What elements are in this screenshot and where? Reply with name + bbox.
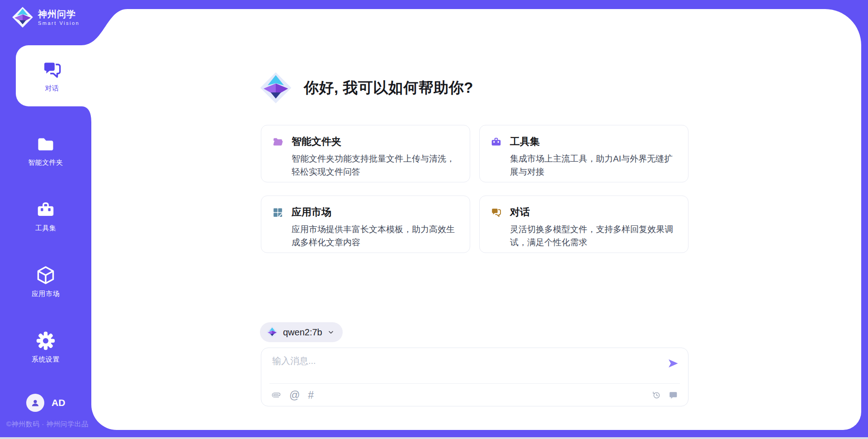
brand-name: 神州问学 bbox=[38, 9, 80, 19]
sidebar-item-label: 系统设置 bbox=[32, 355, 60, 364]
card-chat[interactable]: 对话 灵活切换多模型文件，支持多样回复效果调试，满足个性化需求 bbox=[479, 196, 689, 253]
toolbox-icon bbox=[491, 136, 502, 148]
app-window: 神州问学 Smart Vision 对话 智能文件夹 工具集 bbox=[0, 0, 868, 439]
folder-open-icon bbox=[272, 136, 283, 148]
card-description: 应用市场提供丰富长文本模板，助力高效生成多样化文章内容 bbox=[292, 223, 459, 249]
sidebar-item-label: 应用市场 bbox=[32, 290, 60, 298]
card-title: 应用市场 bbox=[292, 205, 331, 219]
card-title: 智能文件夹 bbox=[292, 135, 341, 148]
greeting: 你好, 我可以如何帮助你? bbox=[259, 72, 473, 104]
card-title: 对话 bbox=[510, 205, 530, 219]
card-toolset[interactable]: 工具集 集成市场上主流工具，助力AI与外界无缝扩展与对接 bbox=[479, 125, 689, 182]
avatar bbox=[26, 394, 44, 412]
card-smart-folder[interactable]: 智能文件夹 智能文件夹功能支持批量文件上传与清洗，轻松实现文件问答 bbox=[261, 125, 470, 182]
hash-icon: # bbox=[308, 390, 314, 401]
sidebar-item-label: 对话 bbox=[45, 84, 59, 93]
model-selector[interactable]: qwen2:7b bbox=[260, 322, 343, 342]
brand-diamond-icon bbox=[266, 326, 278, 338]
model-name: qwen2:7b bbox=[283, 327, 322, 338]
paperclip-icon bbox=[271, 390, 281, 400]
send-button[interactable] bbox=[666, 357, 680, 371]
brand-diamond-icon bbox=[12, 6, 33, 28]
feature-cards: 智能文件夹 智能文件夹功能支持批量文件上传与清洗，轻松实现文件问答 工具集 集成… bbox=[261, 125, 689, 253]
topic-button[interactable]: # bbox=[308, 390, 314, 401]
sidebar-item-toolset[interactable]: 工具集 bbox=[0, 183, 91, 249]
send-icon bbox=[667, 357, 679, 370]
history-icon bbox=[651, 390, 661, 400]
chat-icon bbox=[42, 59, 62, 80]
card-description: 集成市场上主流工具，助力AI与外界无缝扩展与对接 bbox=[510, 152, 677, 178]
brand-subtitle: Smart Vision bbox=[38, 20, 80, 26]
at-icon: @ bbox=[289, 390, 300, 401]
brand-logo: 神州问学 Smart Vision bbox=[12, 6, 80, 28]
card-description: 灵活切换多模型文件，支持多样回复效果调试，满足个性化需求 bbox=[510, 223, 677, 249]
card-description: 智能文件夹功能支持批量文件上传与清洗，轻松实现文件问答 bbox=[292, 152, 459, 178]
sidebar-item-label: 工具集 bbox=[35, 224, 57, 233]
folder-icon bbox=[36, 134, 56, 154]
sidebar-item-chat[interactable]: 对话 bbox=[13, 45, 91, 106]
chevron-down-icon bbox=[327, 329, 335, 336]
window-bottom-edge bbox=[0, 437, 868, 439]
chat-bubble-icon bbox=[668, 390, 678, 400]
sidebar-footer: ©神州数码 · 神州问学出品 bbox=[6, 420, 88, 429]
card-app-market[interactable]: 应用市场 应用市场提供丰富长文本模板，助力高效生成多样化文章内容 bbox=[261, 196, 470, 253]
user-menu[interactable]: AD bbox=[26, 394, 65, 412]
sidebar-item-smart-folder[interactable]: 智能文件夹 bbox=[0, 118, 91, 183]
history-button[interactable] bbox=[651, 390, 661, 400]
sidebar-item-app-market[interactable]: 应用市场 bbox=[0, 249, 91, 315]
person-icon bbox=[30, 397, 41, 408]
message-input[interactable] bbox=[272, 355, 652, 377]
gear-icon bbox=[36, 331, 56, 351]
mention-button[interactable]: @ bbox=[289, 390, 300, 401]
cube-icon bbox=[36, 265, 56, 285]
new-chat-button[interactable] bbox=[668, 390, 678, 400]
attach-file-button[interactable] bbox=[271, 390, 281, 400]
sidebar-item-settings[interactable]: 系统设置 bbox=[0, 315, 91, 380]
chat-icon bbox=[491, 207, 502, 218]
grid-icon bbox=[272, 207, 283, 218]
message-composer: @ # bbox=[261, 348, 689, 406]
brand-diamond-icon bbox=[259, 72, 292, 104]
user-name: AD bbox=[52, 397, 65, 408]
greeting-title: 你好, 我可以如何帮助你? bbox=[304, 78, 473, 98]
card-title: 工具集 bbox=[510, 135, 540, 148]
sidebar-item-label: 智能文件夹 bbox=[28, 158, 63, 167]
toolbox-icon bbox=[36, 200, 56, 220]
